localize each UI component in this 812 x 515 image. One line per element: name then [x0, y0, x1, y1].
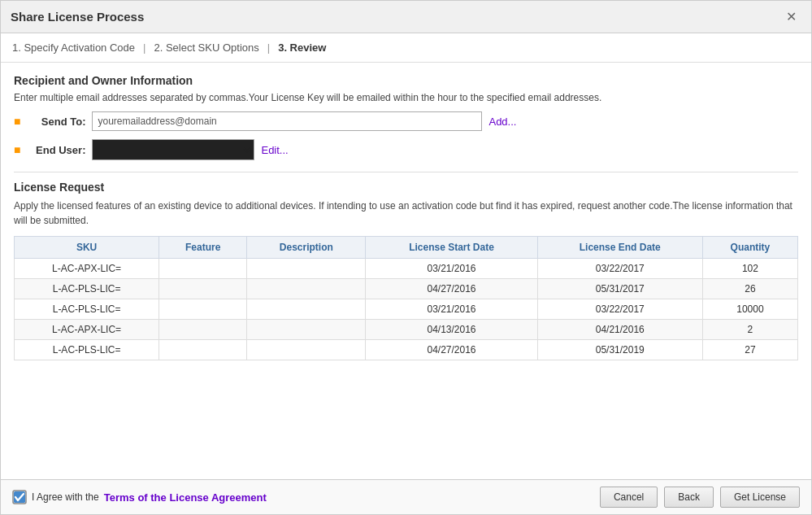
table-row: L-AC-PLS-LIC=04/27/201605/31/201927	[15, 340, 798, 360]
license-table: SKU Feature Description License Start Da…	[14, 236, 798, 360]
section-separator	[14, 172, 798, 172]
agree-checkbox[interactable]	[12, 490, 27, 504]
recipient-section-title: Recipient and Owner Information	[14, 74, 798, 87]
footer-buttons: Cancel Back Get License	[600, 487, 800, 508]
cell-sku: L-AC-PLS-LIC=	[15, 299, 159, 320]
col-header-sku: SKU	[15, 237, 159, 259]
cell-quantity: 10000	[702, 299, 797, 320]
send-to-input[interactable]	[92, 111, 482, 131]
required-star-send-to: ■	[14, 115, 20, 128]
col-header-description: Description	[247, 237, 366, 259]
cancel-button[interactable]: Cancel	[600, 487, 658, 508]
agree-text: I Agree with the	[32, 491, 99, 503]
cell-description	[247, 340, 366, 360]
cell-feature	[159, 259, 247, 279]
recipient-section-desc: Enter multiple email addresses separated…	[14, 92, 798, 103]
cell-end_date: 05/31/2019	[537, 340, 702, 360]
cell-quantity: 102	[702, 259, 797, 279]
dialog-footer: I Agree with the Terms of the License Ag…	[1, 479, 811, 514]
cell-end_date: 05/31/2017	[537, 279, 702, 299]
table-row: L-AC-APX-LIC=04/13/201604/21/20162	[15, 320, 798, 340]
end-user-select[interactable]	[92, 139, 254, 160]
cell-feature	[159, 340, 247, 360]
add-button[interactable]: Add...	[489, 116, 516, 128]
license-request-desc: Apply the licensed features of an existi…	[14, 199, 798, 228]
step-divider-1: |	[143, 41, 145, 54]
cell-sku: L-AC-APX-LIC=	[15, 259, 159, 279]
cell-description	[247, 279, 366, 299]
required-star-end-user: ■	[14, 143, 20, 156]
cell-start_date: 04/13/2016	[366, 320, 537, 340]
edit-button[interactable]: Edit...	[261, 144, 288, 156]
cell-feature	[159, 279, 247, 299]
license-request-title: License Request	[14, 181, 798, 194]
cell-start_date: 04/27/2016	[366, 340, 537, 360]
table-row: L-AC-PLS-LIC=03/21/201603/22/201710000	[15, 299, 798, 320]
license-request-section: License Request Apply the licensed featu…	[14, 181, 798, 360]
send-to-row: ■ Send To: Add...	[14, 111, 798, 131]
cell-feature	[159, 320, 247, 340]
table-row: L-AC-APX-LIC=03/21/201603/22/2017102	[15, 259, 798, 279]
col-header-end-date: License End Date	[537, 237, 702, 259]
cell-description	[247, 259, 366, 279]
back-button[interactable]: Back	[664, 487, 714, 508]
share-license-dialog: Share License Process ✕ 1. Specify Activ…	[0, 0, 812, 515]
step3-label: 3. Review	[278, 41, 326, 54]
col-header-start-date: License Start Date	[366, 237, 537, 259]
steps-bar: 1. Specify Activation Code | 2. Select S…	[1, 33, 811, 63]
terms-link[interactable]: Terms of the License Agreement	[104, 491, 267, 504]
get-license-button[interactable]: Get License	[720, 487, 800, 508]
cell-feature	[159, 299, 247, 320]
cell-sku: L-AC-PLS-LIC=	[15, 279, 159, 299]
cell-start_date: 03/21/2016	[366, 259, 537, 279]
dialog-body: Recipient and Owner Information Enter mu…	[1, 63, 811, 479]
cell-quantity: 2	[702, 320, 797, 340]
table-row: L-AC-PLS-LIC=04/27/201605/31/201726	[15, 279, 798, 299]
step2-label: 2. Select SKU Options	[154, 41, 258, 54]
dialog-header: Share License Process ✕	[1, 1, 811, 33]
step-divider-2: |	[267, 41, 270, 54]
cell-quantity: 26	[702, 279, 797, 299]
end-user-row: ■ End User: Edit...	[14, 139, 798, 160]
send-to-label: Send To:	[28, 116, 85, 128]
cell-end_date: 03/22/2017	[537, 299, 702, 320]
dialog-title: Share License Process	[11, 10, 144, 24]
cell-sku: L-AC-PLS-LIC=	[15, 340, 159, 360]
cell-end_date: 04/21/2016	[537, 320, 702, 340]
col-header-quantity: Quantity	[702, 237, 797, 259]
col-header-feature: Feature	[159, 237, 247, 259]
end-user-label: End User:	[28, 144, 85, 156]
cell-quantity: 27	[702, 340, 797, 360]
cell-description	[247, 299, 366, 320]
footer-left: I Agree with the Terms of the License Ag…	[12, 490, 267, 504]
cell-start_date: 03/21/2016	[366, 299, 537, 320]
cell-start_date: 04/27/2016	[366, 279, 537, 299]
table-header-row: SKU Feature Description License Start Da…	[15, 237, 798, 259]
cell-sku: L-AC-APX-LIC=	[15, 320, 159, 340]
step1-label: 1. Specify Activation Code	[12, 41, 135, 54]
cell-description	[247, 320, 366, 340]
close-button[interactable]: ✕	[781, 7, 801, 26]
cell-end_date: 03/22/2017	[537, 259, 702, 279]
recipient-section: Recipient and Owner Information Enter mu…	[14, 74, 798, 160]
